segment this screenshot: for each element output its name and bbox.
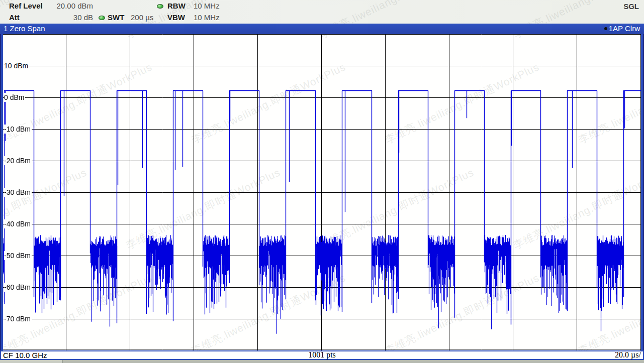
att-label: Att: [9, 13, 20, 22]
y-axis-label: -10 dBm: [4, 125, 32, 134]
diagram-border-right: [641, 24, 644, 360]
swt-value: 200 µs: [131, 13, 153, 22]
trace-legend[interactable]: 1AP Clrw: [604, 24, 640, 33]
zero-span-trace-plot[interactable]: [3, 34, 641, 350]
bottom-strip: [0, 360, 644, 363]
rbw-label: RBW: [167, 2, 186, 10]
rbw-value: 10 MHz: [194, 2, 220, 10]
spectrum-analyzer-screen: Ref Level 20.00 dBm Att 30 dB RBW 10 MHz…: [0, 0, 644, 363]
ref-level-value: 20.00 dBm: [50, 2, 93, 10]
y-axis-label: -60 dBm: [4, 283, 32, 292]
y-axis-label: -50 dBm: [4, 251, 32, 260]
y-axis-label: 10 dBm: [4, 61, 29, 70]
window-title: 1 Zero Span: [4, 24, 45, 33]
ref-level-label: Ref Level: [9, 2, 43, 10]
rbw-led-icon: [157, 4, 163, 9]
footer-bar: CF 10.0 GHz 1001 pts 20.0 µs/: [0, 350, 644, 360]
y-axis-label: -40 dBm: [4, 219, 32, 228]
trace-marker-icon: [604, 27, 607, 30]
swt-led-icon: [99, 16, 105, 20]
y-axis-label: -70 dBm: [4, 314, 32, 323]
settings-header: Ref Level 20.00 dBm Att 30 dB RBW 10 MHz…: [0, 0, 644, 24]
trace-legend-label: 1AP Clrw: [609, 24, 640, 33]
y-axis-label: -20 dBm: [4, 156, 32, 165]
time-per-division-readout: 20.0 µs/: [615, 350, 641, 359]
vbw-label: VBW: [167, 13, 185, 22]
window-title-bar: 1 Zero Span 1AP Clrw: [0, 24, 644, 34]
y-axis-label: 0 dBm: [4, 93, 25, 102]
single-sweep-badge: SGL: [623, 2, 639, 11]
swt-label: SWT: [108, 13, 124, 22]
vbw-value: 10 MHz: [194, 13, 220, 22]
diagram-border-left: [0, 24, 3, 360]
y-axis-label: -30 dBm: [4, 188, 32, 197]
att-value: 30 dB: [50, 13, 93, 22]
bottom-strip-segment: [0, 360, 63, 363]
sweep-points-readout: 1001 pts: [1, 350, 643, 359]
